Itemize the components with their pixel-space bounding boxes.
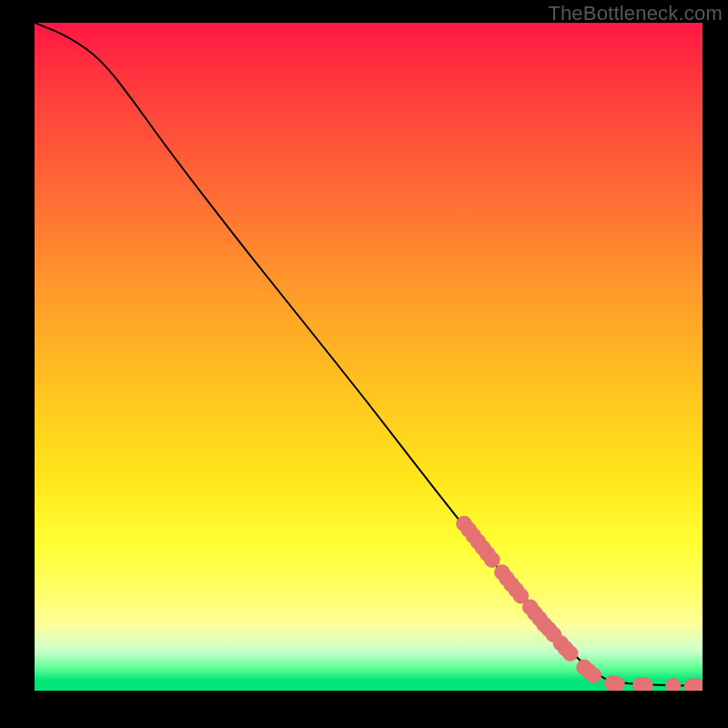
chart-overlay [35, 23, 703, 691]
data-marker [665, 678, 681, 691]
data-marker [484, 552, 500, 568]
data-marker [586, 668, 602, 683]
attribution-text: TheBottleneck.com [548, 2, 723, 25]
bottleneck-curve [35, 23, 703, 686]
data-markers [456, 516, 703, 691]
plot-area [35, 23, 703, 691]
data-marker [610, 676, 625, 691]
chart-frame: TheBottleneck.com [0, 0, 728, 728]
data-marker [562, 645, 578, 661]
data-marker [637, 678, 652, 691]
